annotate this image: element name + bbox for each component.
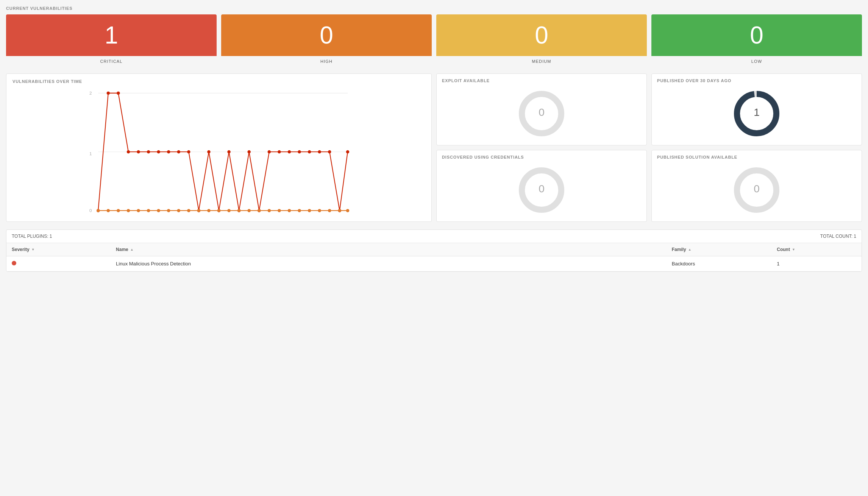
svg-point-50 (278, 209, 281, 212)
count-col-label: Count (777, 247, 790, 252)
line-chart-svg: 2 1 0 (12, 87, 425, 216)
svg-text:0: 0 (539, 106, 545, 118)
row-count-cell: 1 (771, 256, 862, 271)
table-header-bar: TOTAL PLUGINS: 1 TOTAL COUNT: 1 (6, 230, 862, 243)
svg-text:2: 2 (89, 90, 92, 95)
low-count: 0 (750, 21, 763, 49)
medium-card-bg: 0 (436, 14, 647, 56)
svg-point-41 (187, 209, 190, 212)
svg-point-57 (346, 209, 350, 212)
svg-point-21 (247, 150, 251, 154)
current-vulnerabilities-section: CURRENT VULNERABILITIES 1 CRITICAL 0 HIG… (6, 6, 862, 66)
critical-label: CRITICAL (100, 56, 123, 66)
col-name[interactable]: Name ▲ (111, 243, 667, 256)
svg-point-8 (117, 92, 120, 95)
published-solution-panel: PUBLISHED SOLUTION AVAILABLE 0 (651, 150, 862, 222)
svg-point-48 (258, 209, 261, 212)
svg-point-35 (127, 209, 130, 212)
svg-point-25 (288, 150, 291, 154)
total-plugins-label: TOTAL PLUGINS: 1 (12, 234, 52, 239)
exploit-available-panel: EXPLOIT AVAILABLE 0 (436, 73, 647, 145)
medium-card: 0 MEDIUM (436, 14, 647, 66)
severity-dot-critical (12, 261, 16, 265)
svg-point-52 (298, 209, 301, 212)
svg-point-23 (268, 150, 271, 154)
svg-point-10 (137, 150, 140, 154)
svg-point-40 (177, 209, 181, 212)
chart-container: 2 1 0 (12, 87, 425, 216)
critical-card-bg: 1 (6, 14, 217, 56)
critical-card: 1 CRITICAL (6, 14, 217, 66)
row-name-cell: Linux Malicious Process Detection (111, 256, 667, 271)
row-severity-cell (6, 256, 111, 271)
svg-point-54 (318, 209, 321, 212)
discovered-credentials-label: DISCOVERED USING CREDENTIALS (442, 155, 641, 159)
svg-point-34 (117, 209, 120, 212)
svg-text:0: 0 (89, 208, 92, 213)
svg-point-44 (217, 209, 221, 212)
severity-sort-icon: ▼ (31, 248, 35, 251)
svg-point-15 (187, 150, 190, 154)
svg-point-27 (308, 150, 311, 154)
svg-point-33 (107, 209, 110, 212)
svg-point-49 (268, 209, 271, 212)
discovered-credentials-panel: DISCOVERED USING CREDENTIALS 0 (436, 150, 647, 222)
svg-point-43 (207, 209, 211, 212)
medium-label: MEDIUM (532, 56, 551, 66)
svg-point-47 (247, 209, 251, 212)
family-sort-icon: ▲ (688, 248, 692, 251)
name-col-label: Name (116, 247, 128, 252)
donut-grid: EXPLOIT AVAILABLE 0 PUBLISHED OVER 30 DA… (436, 73, 862, 222)
count-sort-icon: ▼ (792, 248, 795, 251)
svg-text:0: 0 (539, 183, 545, 195)
table-section: TOTAL PLUGINS: 1 TOTAL COUNT: 1 Severity… (6, 229, 862, 272)
table-body: Linux Malicious Process Detection Backdo… (6, 256, 862, 271)
low-card: 0 LOW (651, 14, 862, 66)
high-card: 0 HIGH (221, 14, 432, 66)
high-count: 0 (320, 21, 333, 49)
svg-point-31 (346, 150, 350, 154)
vuln-over-time-panel: VULNERABILITIES OVER TIME 2 1 0 (6, 73, 432, 222)
discovered-credentials-donut-wrapper: 0 (442, 163, 641, 217)
total-count-label: TOTAL COUNT: 1 (820, 234, 856, 239)
svg-point-37 (147, 209, 150, 212)
svg-point-14 (177, 150, 181, 154)
svg-point-24 (278, 150, 281, 154)
vulnerabilities-table: Severity ▼ Name ▲ Family ▲ (6, 243, 862, 271)
exploit-available-donut: 0 (515, 87, 568, 140)
published-solution-donut: 0 (730, 164, 783, 217)
svg-point-42 (197, 209, 201, 212)
svg-point-55 (328, 209, 331, 212)
svg-point-36 (137, 209, 140, 212)
discovered-credentials-donut: 0 (515, 164, 568, 217)
svg-point-53 (308, 209, 311, 212)
svg-text:1: 1 (754, 106, 760, 118)
svg-point-17 (207, 150, 211, 154)
vuln-over-time-label: VULNERABILITIES OVER TIME (12, 79, 425, 84)
svg-point-51 (288, 209, 291, 212)
svg-point-12 (157, 150, 160, 154)
svg-point-13 (167, 150, 170, 154)
svg-point-56 (338, 209, 342, 212)
medium-count: 0 (535, 21, 548, 49)
col-count[interactable]: Count ▼ (771, 243, 862, 256)
svg-point-45 (227, 209, 231, 212)
middle-row: VULNERABILITIES OVER TIME 2 1 0 (6, 73, 862, 222)
severity-col-label: Severity (12, 247, 30, 252)
low-label: LOW (751, 56, 762, 66)
svg-point-28 (318, 150, 321, 154)
svg-point-46 (237, 209, 241, 212)
name-sort-icon: ▲ (130, 248, 134, 251)
svg-point-11 (147, 150, 150, 154)
table-row: Linux Malicious Process Detection Backdo… (6, 256, 862, 271)
exploit-available-donut-wrapper: 0 (442, 87, 641, 140)
published-30-days-label: PUBLISHED OVER 30 DAYS AGO (657, 78, 856, 83)
svg-text:1: 1 (89, 151, 92, 156)
col-severity[interactable]: Severity ▼ (6, 243, 111, 256)
col-family[interactable]: Family ▲ (667, 243, 772, 256)
svg-point-7 (107, 92, 110, 95)
family-col-label: Family (672, 247, 686, 252)
svg-point-29 (328, 150, 331, 154)
current-vulnerabilities-label: CURRENT VULNERABILITIES (6, 6, 862, 11)
published-30-days-donut: 1 (730, 87, 783, 140)
